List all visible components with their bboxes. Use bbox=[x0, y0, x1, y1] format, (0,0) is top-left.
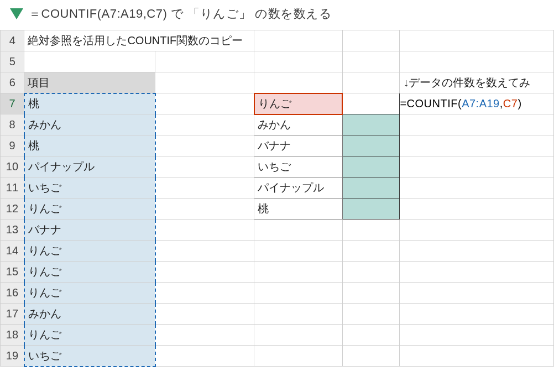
row-header[interactable]: 10 bbox=[1, 156, 24, 177]
row-header[interactable]: 14 bbox=[1, 241, 24, 262]
row-header[interactable]: 4 bbox=[1, 30, 24, 51]
row-header[interactable]: 8 bbox=[1, 114, 24, 135]
cell-c15[interactable] bbox=[254, 262, 343, 283]
cell-c17[interactable] bbox=[254, 304, 343, 325]
cell-b10[interactable] bbox=[155, 156, 254, 177]
cell-b8[interactable] bbox=[155, 114, 254, 135]
cell-b13[interactable] bbox=[155, 219, 254, 241]
spreadsheet-row: 8 みかん みかん bbox=[1, 114, 554, 135]
cell-c8[interactable]: みかん bbox=[254, 114, 343, 135]
cell-b18[interactable] bbox=[155, 325, 254, 346]
cell-c9[interactable]: バナナ bbox=[254, 135, 343, 156]
cell-d18[interactable] bbox=[342, 325, 400, 346]
row-header[interactable]: 9 bbox=[1, 135, 24, 156]
cell-c12[interactable]: 桃 bbox=[254, 198, 343, 219]
cell-e5[interactable] bbox=[400, 51, 554, 72]
cell-b11[interactable] bbox=[155, 177, 254, 198]
cell-b15[interactable] bbox=[155, 262, 254, 283]
cell-d15[interactable] bbox=[342, 262, 400, 283]
cell-a16[interactable]: りんご bbox=[24, 283, 155, 304]
cell-c18[interactable] bbox=[254, 325, 343, 346]
row-header[interactable]: 6 bbox=[1, 72, 24, 93]
cell-a7[interactable]: 桃 bbox=[24, 93, 155, 114]
cell-e6[interactable]: ↓データの件数を数えてみ bbox=[400, 72, 554, 93]
cell-c10[interactable]: いちご bbox=[254, 156, 343, 177]
row-header-active[interactable]: 7 bbox=[1, 93, 24, 114]
cell-e17[interactable] bbox=[400, 304, 554, 325]
cell-e18[interactable] bbox=[400, 325, 554, 346]
row-header[interactable]: 11 bbox=[1, 177, 24, 198]
cell-d5[interactable] bbox=[342, 51, 400, 72]
row-header[interactable]: 15 bbox=[1, 262, 24, 283]
cell-e9[interactable] bbox=[400, 135, 554, 156]
cell-c6[interactable] bbox=[254, 72, 343, 93]
cell-b14[interactable] bbox=[155, 241, 254, 262]
cell-b6[interactable] bbox=[155, 72, 254, 93]
cell-e16[interactable] bbox=[400, 283, 554, 304]
cell-a5[interactable] bbox=[24, 51, 155, 72]
cell-e7-formula[interactable]: =COUNTIF(A7:A19,C7) bbox=[400, 93, 554, 114]
cell-e15[interactable] bbox=[400, 262, 554, 283]
cell-a15[interactable]: りんご bbox=[24, 262, 155, 283]
cell-c4[interactable] bbox=[254, 30, 343, 51]
row-header[interactable]: 13 bbox=[1, 219, 24, 241]
cell-a14[interactable]: りんご bbox=[24, 241, 155, 262]
cell-e19[interactable] bbox=[400, 346, 554, 367]
row-header[interactable]: 18 bbox=[1, 325, 24, 346]
cell-c11[interactable]: パイナップル bbox=[254, 177, 343, 198]
cell-d7-result[interactable] bbox=[342, 93, 400, 114]
cell-e11[interactable] bbox=[400, 177, 554, 198]
cell-a11[interactable]: いちご bbox=[24, 177, 155, 198]
cell-e13[interactable] bbox=[400, 219, 554, 241]
cell-b16[interactable] bbox=[155, 283, 254, 304]
row-header[interactable]: 17 bbox=[1, 304, 24, 325]
formula-criteria: C7 bbox=[503, 97, 518, 109]
cell-e12[interactable] bbox=[400, 198, 554, 219]
cell-a9[interactable]: 桃 bbox=[24, 135, 155, 156]
cell-b9[interactable] bbox=[155, 135, 254, 156]
cell-c16[interactable] bbox=[254, 283, 343, 304]
cell-a13[interactable]: バナナ bbox=[24, 219, 155, 241]
cell-b17[interactable] bbox=[155, 304, 254, 325]
row-header[interactable]: 16 bbox=[1, 283, 24, 304]
cell-d16[interactable] bbox=[342, 283, 400, 304]
cell-a6-header[interactable]: 項目 bbox=[24, 72, 155, 93]
row-header[interactable]: 5 bbox=[1, 51, 24, 72]
cell-c14[interactable] bbox=[254, 241, 343, 262]
cell-a4[interactable]: 絶対参照を活用したCOUNTIF関数のコピー bbox=[24, 30, 254, 51]
row-header[interactable]: 19 bbox=[1, 346, 24, 367]
cell-d13[interactable] bbox=[342, 219, 400, 241]
row-header[interactable]: 12 bbox=[1, 198, 24, 219]
cell-d4[interactable] bbox=[342, 30, 400, 51]
cell-d12[interactable] bbox=[342, 198, 400, 219]
cell-e14[interactable] bbox=[400, 241, 554, 262]
cell-c13[interactable] bbox=[254, 219, 343, 241]
cell-b12[interactable] bbox=[155, 198, 254, 219]
cell-a12[interactable]: りんご bbox=[24, 198, 155, 219]
cell-d11[interactable] bbox=[342, 177, 400, 198]
cell-a17[interactable]: みかん bbox=[24, 304, 155, 325]
cell-d8[interactable] bbox=[342, 114, 400, 135]
cell-c7-criteria[interactable]: りんご bbox=[254, 93, 343, 114]
cell-b19[interactable] bbox=[155, 346, 254, 367]
cell-d9[interactable] bbox=[342, 135, 400, 156]
cell-b7[interactable] bbox=[155, 93, 254, 114]
spreadsheet-row: 5 bbox=[1, 51, 554, 72]
cell-c5[interactable] bbox=[254, 51, 343, 72]
cell-e8[interactable] bbox=[400, 114, 554, 135]
cell-a8[interactable]: みかん bbox=[24, 114, 155, 135]
cell-c19[interactable] bbox=[254, 346, 343, 367]
cell-a19[interactable]: いちご bbox=[24, 346, 155, 367]
cell-a10[interactable]: パイナップル bbox=[24, 156, 155, 177]
cell-b5[interactable] bbox=[155, 51, 254, 72]
cell-a18[interactable]: りんご bbox=[24, 325, 155, 346]
spreadsheet-row: 14 りんご bbox=[1, 241, 554, 262]
cell-e10[interactable] bbox=[400, 156, 554, 177]
spreadsheet-grid[interactable]: 4 絶対参照を活用したCOUNTIF関数のコピー 5 6 項目 ↓データの件数を… bbox=[0, 30, 554, 367]
cell-d14[interactable] bbox=[342, 241, 400, 262]
cell-e4[interactable] bbox=[400, 30, 554, 51]
cell-d6[interactable] bbox=[342, 72, 400, 93]
cell-d19[interactable] bbox=[342, 346, 400, 367]
cell-d17[interactable] bbox=[342, 304, 400, 325]
cell-d10[interactable] bbox=[342, 156, 400, 177]
